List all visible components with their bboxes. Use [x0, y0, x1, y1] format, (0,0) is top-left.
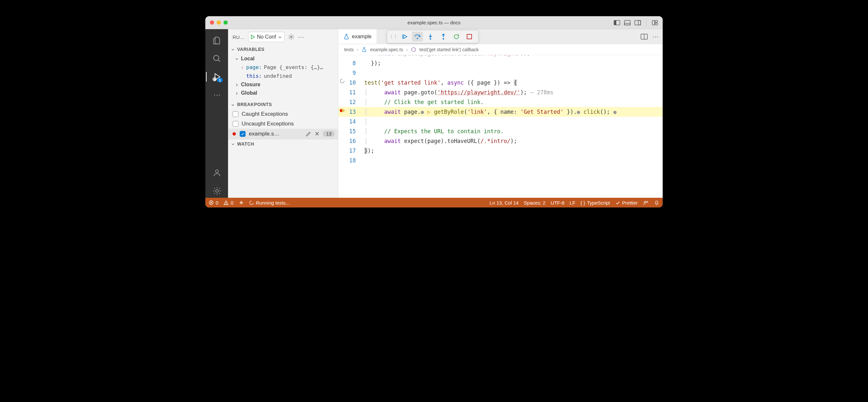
edit-icon[interactable]: [306, 131, 311, 136]
status-cursor-pos[interactable]: Ln 13, Col 14: [490, 200, 519, 205]
chevron-down-icon: [230, 141, 235, 146]
bp-file-row[interactable]: example.s… ✕ 13: [228, 129, 338, 139]
section-variables[interactable]: VARIABLES: [228, 45, 338, 54]
svg-rect-2: [624, 21, 630, 25]
section-watch[interactable]: WATCH: [228, 139, 338, 148]
section-breakpoints[interactable]: BREAKPOINTS: [228, 100, 338, 109]
svg-point-15: [215, 170, 218, 173]
status-bell-icon[interactable]: [654, 200, 659, 205]
scope-label: Closure: [241, 82, 260, 88]
svg-line-10: [218, 60, 220, 62]
svg-rect-26: [467, 34, 472, 39]
svg-rect-8: [655, 23, 657, 25]
line-number: 11: [346, 88, 362, 97]
scope-closure[interactable]: Closure: [230, 80, 338, 89]
var-value: undefined: [264, 73, 336, 79]
bp-uncaught-exceptions[interactable]: Uncaught Exceptions: [228, 119, 338, 129]
panel-right-icon[interactable]: [634, 20, 641, 26]
checkbox[interactable]: [232, 111, 239, 117]
var-key: this:: [246, 73, 262, 79]
status-running-task[interactable]: Running tests...: [249, 200, 290, 205]
crumb-file[interactable]: example.spec.ts: [370, 47, 403, 52]
svg-rect-4: [635, 21, 641, 25]
tab-example-spec[interactable]: example: [338, 29, 377, 44]
more-actions-icon[interactable]: ⋯: [652, 33, 659, 40]
task-label: Running tests...: [256, 200, 290, 205]
scope-global[interactable]: Global: [230, 89, 338, 97]
breadcrumb[interactable]: tests › example.spec.ts › test('get star…: [338, 44, 663, 55]
window-title: example.spec.ts — docs: [205, 20, 663, 25]
restart-button[interactable]: [451, 32, 462, 41]
svg-rect-5: [638, 21, 641, 25]
remove-icon[interactable]: ✕: [315, 130, 319, 137]
status-feedback-icon[interactable]: [643, 200, 649, 205]
bp-file: example.s…: [249, 131, 302, 137]
braces-icon: { }: [581, 200, 585, 205]
line-number: 13: [346, 107, 362, 117]
status-prettier[interactable]: Prettier: [615, 200, 638, 205]
chevron-down-icon: [235, 56, 239, 62]
sidebar-header: RU… No Conf ⋯: [228, 29, 338, 45]
gear-icon[interactable]: [288, 34, 294, 40]
status-encoding[interactable]: UTF-8: [551, 200, 565, 205]
step-over-button[interactable]: [412, 32, 423, 41]
variable-page[interactable]: page: Page {_events: {…}…: [230, 63, 338, 72]
line-number: 9: [346, 68, 362, 78]
chevron-down-icon: [230, 47, 235, 52]
line-number: 10: [346, 78, 362, 88]
more-icon[interactable]: ⋯: [210, 88, 223, 102]
var-key: page:: [246, 64, 262, 70]
scope-local[interactable]: Local: [230, 55, 338, 63]
crumb-symbol[interactable]: test('get started link') callback: [420, 47, 479, 52]
launch-config-selector[interactable]: No Conf: [248, 32, 285, 42]
crumb-tests[interactable]: tests: [344, 47, 354, 52]
checkbox[interactable]: [240, 131, 246, 137]
status-language[interactable]: { } TypeScript: [581, 200, 610, 205]
more-actions-icon[interactable]: ⋯: [298, 33, 304, 41]
split-editor-icon[interactable]: [641, 33, 648, 39]
explorer-icon[interactable]: [210, 34, 223, 47]
panel-left-icon[interactable]: [614, 20, 620, 26]
debug-toolbar: ⋮⋮: [387, 30, 478, 43]
continue-button[interactable]: [399, 32, 410, 41]
step-into-button[interactable]: [425, 32, 436, 41]
svg-rect-3: [624, 23, 630, 25]
status-errors[interactable]: 0: [209, 200, 218, 205]
stop-button[interactable]: [464, 32, 475, 41]
chevron-down-icon[interactable]: [277, 34, 282, 39]
line-number: 15: [346, 127, 362, 136]
config-name: No Conf: [257, 34, 276, 40]
run-debug-sidebar: RU… No Conf ⋯ VARIABLES: [228, 29, 338, 198]
drag-handle-icon[interactable]: ⋮⋮: [389, 34, 397, 39]
panel-bottom-icon[interactable]: [624, 20, 630, 26]
settings-gear-icon[interactable]: [210, 184, 223, 198]
status-warnings[interactable]: 0: [223, 200, 233, 205]
run-debug-icon[interactable]: 1: [210, 70, 223, 83]
bp-caught-exceptions[interactable]: Caught Exceptions: [228, 109, 338, 119]
line-number: 8: [346, 58, 362, 68]
svg-point-35: [226, 204, 226, 204]
search-icon[interactable]: [210, 52, 223, 66]
status-debug-target[interactable]: [239, 200, 244, 205]
breakpoint-current-icon[interactable]: [338, 107, 346, 113]
zoom-window-button[interactable]: [223, 21, 228, 25]
step-out-button[interactable]: [438, 32, 449, 41]
checkbox[interactable]: [232, 121, 239, 127]
status-spaces[interactable]: Spaces: 2: [524, 200, 546, 205]
variable-this[interactable]: this: undefined: [230, 72, 338, 80]
close-window-button[interactable]: [210, 21, 214, 25]
customize-layout-icon[interactable]: [652, 20, 658, 26]
minimize-window-button[interactable]: [217, 21, 221, 25]
svg-point-21: [417, 38, 418, 39]
chevron-right-icon: [240, 64, 244, 70]
svg-rect-7: [655, 21, 657, 22]
svg-point-39: [644, 201, 646, 203]
svg-point-9: [214, 56, 219, 61]
start-debug-icon[interactable]: [250, 34, 256, 40]
chevron-right-icon: ›: [357, 47, 359, 52]
svg-rect-1: [614, 21, 616, 25]
account-icon[interactable]: [210, 166, 223, 179]
section-label: VARIABLES: [237, 47, 265, 52]
status-eol[interactable]: LF: [569, 200, 576, 205]
code-editor[interactable]: 7 await expect(page).toHaveTitle(/Playwr…: [338, 55, 663, 198]
